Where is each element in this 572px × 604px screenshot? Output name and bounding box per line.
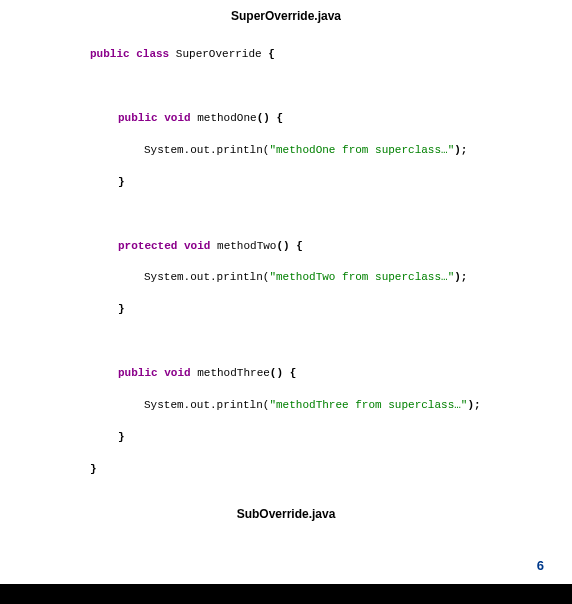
code-line: protected void methodTwo() { xyxy=(0,239,572,255)
file1-heading: SuperOverride.java xyxy=(0,4,572,31)
code-line: System.out.println("methodThree from sup… xyxy=(0,398,572,414)
code-line: public class SuperOverride { xyxy=(0,47,572,63)
page-separator-bar xyxy=(0,584,572,604)
file2-heading: SubOverride.java xyxy=(0,502,572,529)
code-line: System.out.println("methodTwo from super… xyxy=(0,270,572,286)
code-line: } xyxy=(0,430,572,446)
code-line xyxy=(0,79,572,95)
code-line: System.out.println("methodOne from super… xyxy=(0,143,572,159)
code-line: public void methodThree() { xyxy=(0,366,572,382)
code-line: } xyxy=(0,175,572,191)
page-number: 6 xyxy=(0,529,572,584)
code-line xyxy=(0,334,572,350)
code-line: } xyxy=(0,462,572,478)
super-code-block: public class SuperOverride { public void… xyxy=(0,31,572,501)
code-line: public void methodOne() { xyxy=(0,111,572,127)
code-line: } xyxy=(0,302,572,318)
code-line xyxy=(0,207,572,223)
